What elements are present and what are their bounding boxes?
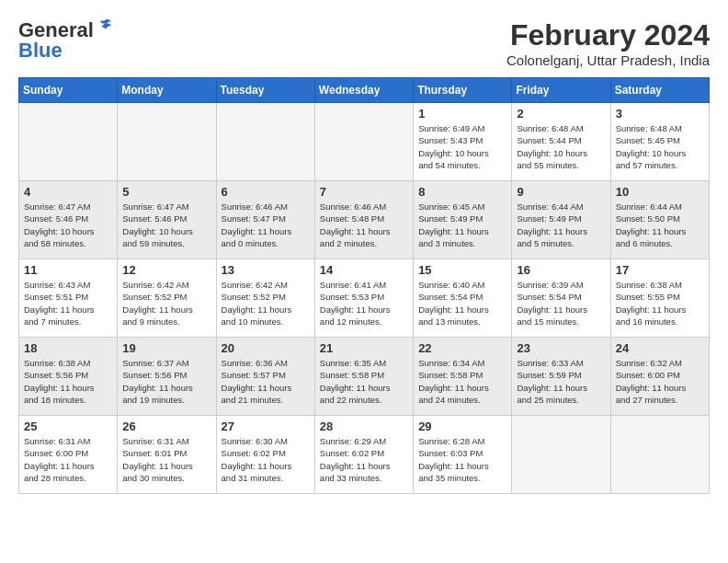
calendar-cell: 22Sunrise: 6:34 AM Sunset: 5:58 PM Dayli… <box>414 338 512 416</box>
calendar-cell: 7Sunrise: 6:46 AM Sunset: 5:48 PM Daylig… <box>314 181 413 259</box>
week-row-2: 4Sunrise: 6:47 AM Sunset: 5:46 PM Daylig… <box>19 181 710 259</box>
day-info: Sunrise: 6:37 AM Sunset: 5:56 PM Dayligh… <box>122 357 210 406</box>
calendar-cell: 8Sunrise: 6:45 AM Sunset: 5:49 PM Daylig… <box>414 181 512 259</box>
calendar-cell: 12Sunrise: 6:42 AM Sunset: 5:52 PM Dayli… <box>118 259 216 338</box>
calendar-cell: 3Sunrise: 6:48 AM Sunset: 5:45 PM Daylig… <box>610 103 709 181</box>
calendar-cell: 14Sunrise: 6:41 AM Sunset: 5:53 PM Dayli… <box>314 259 413 338</box>
day-info: Sunrise: 6:28 AM Sunset: 6:03 PM Dayligh… <box>418 435 506 484</box>
calendar-cell <box>118 103 216 181</box>
day-info: Sunrise: 6:47 AM Sunset: 5:46 PM Dayligh… <box>24 201 112 249</box>
day-number: 8 <box>418 185 506 199</box>
day-info: Sunrise: 6:44 AM Sunset: 5:50 PM Dayligh… <box>616 201 704 249</box>
day-info: Sunrise: 6:42 AM Sunset: 5:52 PM Dayligh… <box>222 279 310 327</box>
day-info: Sunrise: 6:32 AM Sunset: 6:00 PM Dayligh… <box>616 357 704 406</box>
day-number: 23 <box>517 341 605 355</box>
calendar-cell: 21Sunrise: 6:35 AM Sunset: 5:58 PM Dayli… <box>314 338 413 416</box>
week-row-5: 25Sunrise: 6:31 AM Sunset: 6:00 PM Dayli… <box>19 416 710 494</box>
logo-blue-text: Blue <box>18 39 63 63</box>
calendar-cell: 16Sunrise: 6:39 AM Sunset: 5:54 PM Dayli… <box>512 259 610 338</box>
day-info: Sunrise: 6:40 AM Sunset: 5:54 PM Dayligh… <box>418 279 506 327</box>
day-number: 15 <box>418 263 506 277</box>
day-info: Sunrise: 6:47 AM Sunset: 5:46 PM Dayligh… <box>122 201 210 249</box>
day-info: Sunrise: 6:33 AM Sunset: 5:59 PM Dayligh… <box>517 357 605 406</box>
calendar-cell: 15Sunrise: 6:40 AM Sunset: 5:54 PM Dayli… <box>414 259 512 338</box>
week-row-4: 18Sunrise: 6:38 AM Sunset: 5:56 PM Dayli… <box>19 338 710 416</box>
day-number: 12 <box>122 263 210 277</box>
calendar-cell: 17Sunrise: 6:38 AM Sunset: 5:55 PM Dayli… <box>610 259 709 338</box>
calendar-table: SundayMondayTuesdayWednesdayThursdayFrid… <box>18 77 710 494</box>
day-number: 14 <box>320 263 408 277</box>
day-info: Sunrise: 6:35 AM Sunset: 5:58 PM Dayligh… <box>320 357 408 406</box>
day-header-tuesday: Tuesday <box>216 78 314 103</box>
day-number: 1 <box>418 107 506 121</box>
day-info: Sunrise: 6:45 AM Sunset: 5:49 PM Dayligh… <box>418 201 506 249</box>
day-info: Sunrise: 6:38 AM Sunset: 5:55 PM Dayligh… <box>616 279 704 327</box>
day-headers-row: SundayMondayTuesdayWednesdayThursdayFrid… <box>19 78 710 103</box>
day-info: Sunrise: 6:48 AM Sunset: 5:44 PM Dayligh… <box>517 122 605 171</box>
day-header-wednesday: Wednesday <box>314 78 413 103</box>
day-number: 2 <box>517 107 605 121</box>
calendar-cell: 20Sunrise: 6:36 AM Sunset: 5:57 PM Dayli… <box>216 338 314 416</box>
location: Colonelganj, Uttar Pradesh, India <box>506 52 710 68</box>
calendar-cell: 19Sunrise: 6:37 AM Sunset: 5:56 PM Dayli… <box>118 338 216 416</box>
calendar-cell: 9Sunrise: 6:44 AM Sunset: 5:49 PM Daylig… <box>512 181 610 259</box>
calendar-cell: 10Sunrise: 6:44 AM Sunset: 5:50 PM Dayli… <box>610 181 709 259</box>
calendar-cell: 23Sunrise: 6:33 AM Sunset: 5:59 PM Dayli… <box>512 338 610 416</box>
day-info: Sunrise: 6:41 AM Sunset: 5:53 PM Dayligh… <box>320 279 408 327</box>
day-number: 16 <box>517 263 605 277</box>
day-number: 5 <box>122 185 210 199</box>
day-header-thursday: Thursday <box>414 78 512 103</box>
day-number: 26 <box>122 419 210 433</box>
day-number: 13 <box>222 263 310 277</box>
week-row-3: 11Sunrise: 6:43 AM Sunset: 5:51 PM Dayli… <box>19 259 710 338</box>
day-header-monday: Monday <box>118 78 216 103</box>
day-number: 19 <box>122 341 210 355</box>
day-number: 6 <box>222 185 310 199</box>
calendar-cell <box>512 416 610 494</box>
week-row-1: 1Sunrise: 6:49 AM Sunset: 5:43 PM Daylig… <box>19 103 710 181</box>
day-info: Sunrise: 6:46 AM Sunset: 5:48 PM Dayligh… <box>320 201 408 249</box>
day-number: 21 <box>320 341 408 355</box>
day-info: Sunrise: 6:31 AM Sunset: 6:01 PM Dayligh… <box>122 435 210 484</box>
calendar-cell <box>314 103 413 181</box>
day-info: Sunrise: 6:36 AM Sunset: 5:57 PM Dayligh… <box>222 357 310 406</box>
day-number: 28 <box>320 419 408 433</box>
month-title: February 2024 <box>506 18 710 52</box>
day-number: 27 <box>222 419 310 433</box>
day-info: Sunrise: 6:46 AM Sunset: 5:47 PM Dayligh… <box>222 201 310 249</box>
calendar-cell: 28Sunrise: 6:29 AM Sunset: 6:02 PM Dayli… <box>314 416 413 494</box>
calendar-cell: 2Sunrise: 6:48 AM Sunset: 5:44 PM Daylig… <box>512 103 610 181</box>
day-info: Sunrise: 6:29 AM Sunset: 6:02 PM Dayligh… <box>320 435 408 484</box>
calendar-cell: 1Sunrise: 6:49 AM Sunset: 5:43 PM Daylig… <box>414 103 512 181</box>
calendar-cell: 5Sunrise: 6:47 AM Sunset: 5:46 PM Daylig… <box>118 181 216 259</box>
day-number: 24 <box>616 341 704 355</box>
day-number: 25 <box>24 419 112 433</box>
day-number: 4 <box>24 185 112 199</box>
day-number: 10 <box>616 185 704 199</box>
calendar-cell <box>19 103 118 181</box>
logo-bird-icon <box>96 17 114 36</box>
day-header-friday: Friday <box>512 78 610 103</box>
day-info: Sunrise: 6:48 AM Sunset: 5:45 PM Dayligh… <box>616 122 704 171</box>
calendar-cell <box>216 103 314 181</box>
day-info: Sunrise: 6:30 AM Sunset: 6:02 PM Dayligh… <box>222 435 310 484</box>
day-number: 18 <box>24 341 112 355</box>
day-number: 9 <box>517 185 605 199</box>
calendar-cell: 11Sunrise: 6:43 AM Sunset: 5:51 PM Dayli… <box>19 259 118 338</box>
day-info: Sunrise: 6:43 AM Sunset: 5:51 PM Dayligh… <box>24 279 112 327</box>
day-info: Sunrise: 6:39 AM Sunset: 5:54 PM Dayligh… <box>517 279 605 327</box>
calendar-cell: 24Sunrise: 6:32 AM Sunset: 6:00 PM Dayli… <box>610 338 709 416</box>
calendar-cell: 4Sunrise: 6:47 AM Sunset: 5:46 PM Daylig… <box>19 181 118 259</box>
day-number: 29 <box>418 419 506 433</box>
title-section: February 2024 Colonelganj, Uttar Pradesh… <box>506 18 710 68</box>
calendar-cell: 6Sunrise: 6:46 AM Sunset: 5:47 PM Daylig… <box>216 181 314 259</box>
day-info: Sunrise: 6:34 AM Sunset: 5:58 PM Dayligh… <box>418 357 506 406</box>
calendar-cell: 18Sunrise: 6:38 AM Sunset: 5:56 PM Dayli… <box>19 338 118 416</box>
day-number: 3 <box>616 107 704 121</box>
day-info: Sunrise: 6:31 AM Sunset: 6:00 PM Dayligh… <box>24 435 112 484</box>
day-number: 20 <box>222 341 310 355</box>
calendar-cell: 25Sunrise: 6:31 AM Sunset: 6:00 PM Dayli… <box>19 416 118 494</box>
calendar-cell: 27Sunrise: 6:30 AM Sunset: 6:02 PM Dayli… <box>216 416 314 494</box>
day-info: Sunrise: 6:42 AM Sunset: 5:52 PM Dayligh… <box>122 279 210 327</box>
calendar-cell: 26Sunrise: 6:31 AM Sunset: 6:01 PM Dayli… <box>118 416 216 494</box>
